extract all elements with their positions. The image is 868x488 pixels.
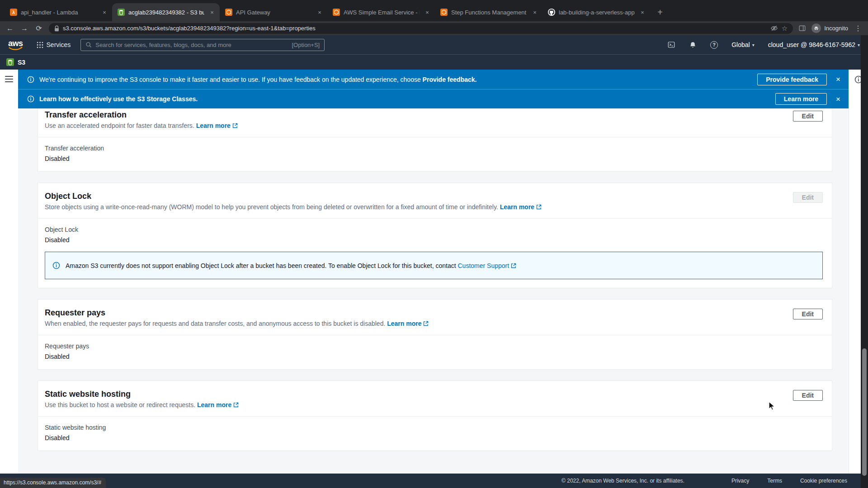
service-name: S3 [18,59,25,66]
privacy-eye-icon[interactable] [770,24,778,32]
tab-title: API Gateway [236,9,312,16]
search-input[interactable] [95,42,288,48]
header-right-controls: ? Global ▾ cloud_user @ 9846-6167-5962 ▾ [667,41,860,49]
card-header: Object Lock Store objects using a write-… [38,183,832,219]
incognito-badge: Incognito [811,23,848,33]
card-header-text: Transfer acceleration Use an accelerated… [45,110,793,130]
browser-menu-icon[interactable]: ⋮ [854,25,863,32]
region-label: Global [731,41,750,48]
tab-close-icon[interactable]: × [423,8,431,16]
side-panel-icon[interactable] [798,24,806,32]
github-icon [548,9,555,16]
external-link-icon [511,263,516,268]
services-label: Services [47,41,71,48]
edit-button-disabled: Edit [793,192,823,203]
chevron-down-icon: ▾ [858,42,860,47]
description-text: Use an accelerated endpoint for faster d… [45,122,194,129]
console-body: We're continuing to improve the S3 conso… [0,70,868,474]
tab-api-gateway[interactable]: API Gateway × [220,3,327,21]
reload-button[interactable]: ⟳ [34,25,43,32]
page-scrollbar[interactable] [861,35,868,488]
learn-more-label: Learn more [196,122,231,129]
field-label: Static website hosting [45,423,823,432]
cloudshell-icon[interactable] [667,41,675,49]
scrollbar-thumb[interactable] [862,348,867,476]
external-link-icon [423,321,429,326]
object-lock-card: Object Lock Store objects using a write-… [38,183,832,288]
terms-link[interactable]: Terms [767,478,782,484]
tab-close-icon[interactable]: × [638,8,646,16]
region-selector[interactable]: Global ▾ [731,41,755,48]
tab-title: api_handler - Lambda [21,9,97,16]
banner-message: We're continuing to improve the S3 conso… [39,76,476,83]
section-title: Transfer acceleration [45,110,793,120]
forward-button[interactable]: → [20,25,29,32]
section-description: Store objects using a write-once-read-ma… [45,203,793,211]
edit-button[interactable]: Edit [793,309,823,319]
card-body: Transfer acceleration Disabled [38,137,832,171]
transfer-acceleration-card: Transfer acceleration Use an accelerated… [38,108,832,172]
tab-s3-bucket[interactable]: acglab239482349382 - S3 bu × [112,3,220,21]
status-url-bubble: https://s3.console.aws.amazon.com/s3/# [0,478,106,488]
card-body: Static website hosting Disabled [38,417,832,450]
lock-icon [54,25,59,32]
description-text: Use this bucket to host a website or red… [45,401,195,408]
learn-more-button[interactable]: Learn more [775,93,827,105]
external-link-icon [233,402,239,408]
field-label: Requester pays [45,342,823,350]
card-header: Transfer acceleration Use an accelerated… [38,108,832,137]
notifications-bell-icon[interactable] [689,41,697,49]
tab-close-icon[interactable]: × [531,8,539,16]
bookmark-star-icon[interactable]: ☆ [782,25,788,32]
external-link-icon [536,204,542,210]
edit-button[interactable]: Edit [793,390,823,401]
privacy-link[interactable]: Privacy [731,478,749,484]
aws-logo[interactable]: aws [8,39,23,51]
search-shortcut-hint: [Option+S] [292,42,320,48]
tab-title: AWS Simple Email Service - De [344,9,420,16]
feedback-banner: We're continuing to improve the S3 conso… [18,70,849,89]
browser-toolbar: ← → ⟳ s3.console.aws.amazon.com/s3/bucke… [0,21,868,35]
tab-step-functions[interactable]: Step Functions Management C × [435,3,542,21]
learn-more-link[interactable]: Learn more [196,122,238,129]
tab-close-icon[interactable]: × [100,8,108,16]
address-bar[interactable]: s3.console.aws.amazon.com/s3/buckets/acg… [49,23,793,34]
field-value: Disabled [45,352,823,361]
tab-close-icon[interactable]: × [316,8,324,16]
hamburger-menu-icon[interactable] [5,76,13,82]
services-menu[interactable]: Services [37,41,71,48]
new-tab-button[interactable]: + [654,6,666,19]
external-link-icon [232,123,238,128]
incognito-icon [811,23,821,33]
browser-tab-bar: λ api_handler - Lambda × acglab239482349… [0,0,868,21]
requester-pays-card: Requester pays When enabled, the request… [38,299,832,370]
learn-more-link[interactable]: Learn more [387,320,429,327]
card-body: Object Lock Disabled Amazon S3 currently… [38,219,832,288]
browser-window: λ api_handler - Lambda × acglab239482349… [0,0,868,488]
learn-more-link[interactable]: Learn more [500,203,542,211]
services-grid-icon [37,42,43,48]
field-value: Disabled [45,155,823,163]
close-icon[interactable]: × [836,95,840,103]
console-footer: © 2022, Amazon Web Services, Inc. or its… [0,474,868,488]
s3-bucket-icon [118,9,125,16]
learn-more-link[interactable]: Learn more [197,401,239,408]
back-button[interactable]: ← [5,25,14,32]
search-icon [85,42,92,48]
static-website-hosting-card: Static website hosting Use this bucket t… [38,380,832,451]
provide-feedback-button[interactable]: Provide feedback [757,74,827,85]
tab-lambda[interactable]: λ api_handler - Lambda × [5,3,112,21]
card-header: Requester pays When enabled, the request… [38,300,832,335]
edit-button[interactable]: Edit [793,111,823,122]
console-search-box[interactable]: [Option+S] [80,39,325,51]
learn-more-label: Learn more [500,203,534,211]
tab-ses[interactable]: AWS Simple Email Service - De × [327,3,435,21]
tab-close-icon[interactable]: × [208,8,216,16]
help-icon[interactable]: ? [710,41,718,49]
info-icon [52,262,60,269]
cookie-preferences-link[interactable]: Cookie preferences [800,478,847,484]
customer-support-link[interactable]: Customer Support [458,262,516,269]
tab-github[interactable]: lab-building-a-serverless-app × [542,3,650,21]
close-icon[interactable]: × [836,75,840,83]
account-menu[interactable]: cloud_user @ 9846-6167-5962 ▾ [768,41,860,48]
